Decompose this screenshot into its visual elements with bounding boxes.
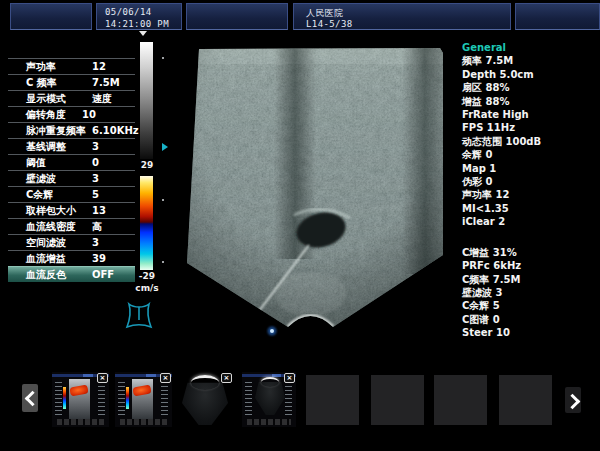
parameter-menu: 声功率 12 C 频率 7.5M 显示模式 速度 偏转角度 10 脉冲重复频率 … bbox=[8, 58, 135, 282]
parameter-row[interactable]: C 频率 7.5M bbox=[8, 74, 135, 90]
thumb-probe-arc bbox=[261, 377, 279, 387]
parameter-label: 空间滤波 bbox=[26, 235, 66, 250]
header-date: 05/06/14 bbox=[105, 7, 152, 17]
parameter-label: 脉冲重复频率 bbox=[26, 123, 86, 138]
thumb-probe-arc bbox=[191, 375, 219, 390]
parameter-value: OFF bbox=[92, 267, 114, 282]
close-icon[interactable]: × bbox=[284, 373, 295, 383]
parameter-row[interactable]: 血流反色 OFF bbox=[8, 266, 135, 282]
thumbnail-scroll-right-button[interactable] bbox=[565, 387, 581, 413]
close-icon[interactable]: × bbox=[160, 373, 171, 383]
parameter-value: 7.5M bbox=[92, 75, 120, 90]
info-line: C图谱 0 bbox=[462, 313, 594, 326]
thumb-color-bar bbox=[63, 387, 66, 409]
image-info-column: General 频率 7.5M Depth 5.0cm 扇区 88% 增益 88… bbox=[462, 41, 594, 340]
parameter-label: C余辉 bbox=[26, 187, 53, 202]
parameter-label: 血流线密度 bbox=[26, 219, 76, 234]
info-line: 声功率 12 bbox=[462, 188, 594, 201]
parameter-label: 血流反色 bbox=[26, 267, 66, 282]
thumb-text-specks bbox=[245, 382, 252, 416]
body-mark-icon bbox=[121, 300, 157, 334]
info-line: 增益 88% bbox=[462, 95, 594, 108]
parameter-row[interactable]: 血流线密度 高 bbox=[8, 218, 135, 234]
close-icon[interactable]: × bbox=[97, 373, 108, 383]
close-icon[interactable]: × bbox=[221, 373, 232, 383]
grayscale-bar bbox=[140, 42, 153, 159]
info-line: FrRate High bbox=[462, 108, 594, 121]
parameter-value: 13 bbox=[92, 203, 106, 218]
parameter-label: C 频率 bbox=[26, 75, 57, 90]
parameter-row[interactable]: 阈值 0 bbox=[8, 154, 135, 170]
info-line: Steer 10 bbox=[462, 326, 594, 339]
parameter-row[interactable]: 脉冲重复频率 6.10KHz bbox=[8, 122, 135, 138]
thumbnail-doppler-1[interactable]: × bbox=[52, 372, 109, 427]
info-line: Map 1 bbox=[462, 162, 594, 175]
parameter-value: 高 bbox=[92, 219, 102, 234]
header-probe-id: L14-5/38 bbox=[306, 19, 353, 29]
parameter-value: 3 bbox=[92, 171, 99, 186]
info-block-general: General 频率 7.5M Depth 5.0cm 扇区 88% 增益 88… bbox=[462, 41, 594, 229]
info-line: 频率 7.5M bbox=[462, 54, 594, 67]
parameter-row[interactable]: 声功率 12 bbox=[8, 58, 135, 74]
focus-marker-icon bbox=[162, 143, 168, 151]
header-datetime-panel: 05/06/14 14:21:00 PM bbox=[96, 3, 182, 30]
info-line: C余辉 5 bbox=[462, 299, 594, 312]
velocity-min-label: -29 bbox=[133, 271, 161, 281]
parameter-label: 基线调整 bbox=[26, 139, 66, 154]
info-line: 壁滤波 3 bbox=[462, 286, 594, 299]
depth-marker-dot bbox=[162, 57, 164, 59]
thumbnail-empty-slot bbox=[371, 375, 424, 425]
thumb-filmstrip bbox=[120, 419, 167, 425]
ultrasound-image bbox=[182, 44, 448, 340]
parameter-row[interactable]: 血流增益 39 bbox=[8, 250, 135, 266]
thumb-text-specks bbox=[98, 382, 105, 416]
parameter-row[interactable]: C余辉 5 bbox=[8, 186, 135, 202]
parameter-value: 5 bbox=[92, 187, 99, 202]
parameter-row[interactable]: 基线调整 3 bbox=[8, 138, 135, 154]
thumb-filmstrip bbox=[247, 419, 291, 425]
parameter-value: 3 bbox=[92, 139, 99, 154]
parameter-row[interactable]: 显示模式 速度 bbox=[8, 90, 135, 106]
thumb-text-specks bbox=[161, 382, 168, 416]
thumbnail-scroll-left-button[interactable] bbox=[22, 384, 38, 412]
parameter-row[interactable]: 壁滤波 3 bbox=[8, 170, 135, 186]
info-line: MI<1.35 bbox=[462, 202, 594, 215]
info-line: General bbox=[462, 41, 594, 54]
parameter-row[interactable]: 取样包大小 13 bbox=[8, 202, 135, 218]
parameter-row[interactable]: 空间滤波 3 bbox=[8, 234, 135, 250]
header-panel-blank-1 bbox=[10, 3, 92, 30]
parameter-value: 0 bbox=[92, 155, 99, 170]
info-line: PRFc 6kHz bbox=[462, 259, 594, 272]
thumbnail-probe-image[interactable]: × bbox=[177, 372, 233, 427]
parameter-label: 血流增益 bbox=[26, 251, 66, 266]
parameter-value: 3 bbox=[92, 235, 99, 250]
thumb-doppler-flow bbox=[69, 385, 88, 397]
header-time: 14:21:00 PM bbox=[105, 19, 169, 29]
chevron-right-icon bbox=[565, 394, 581, 410]
info-line: 余辉 0 bbox=[462, 148, 594, 161]
parameter-value: 39 bbox=[92, 251, 106, 266]
thumbnail-empty-slot bbox=[306, 375, 359, 425]
info-line: iClear 2 bbox=[462, 215, 594, 228]
info-line: C增益 31% bbox=[462, 246, 594, 259]
parameter-row[interactable]: 偏转角度 10 bbox=[8, 106, 135, 122]
parameter-label: 取样包大小 bbox=[26, 203, 76, 218]
info-line: 动态范围 100dB bbox=[462, 135, 594, 148]
parameter-value: 速度 bbox=[92, 91, 112, 106]
chevron-left-icon bbox=[25, 391, 41, 407]
thumb-color-bar bbox=[126, 387, 129, 409]
header-panel-blank-3 bbox=[515, 3, 600, 30]
info-line: C频率 7.5M bbox=[462, 273, 594, 286]
parameter-label: 壁滤波 bbox=[26, 171, 56, 186]
header-hospital-panel: 人民医院 L14-5/38 bbox=[293, 3, 511, 30]
velocity-unit-label: cm/s bbox=[133, 283, 161, 293]
info-line: FPS 11Hz bbox=[462, 121, 594, 134]
parameter-value: 6.10KHz bbox=[92, 123, 139, 138]
thumbnail-current-exam[interactable]: × bbox=[242, 372, 296, 427]
velocity-max-label: 29 bbox=[133, 160, 161, 170]
doppler-color-bar bbox=[140, 176, 153, 270]
parameter-label: 阈值 bbox=[26, 155, 46, 170]
thumb-text-specks bbox=[118, 382, 125, 416]
thumbnail-doppler-2[interactable]: × bbox=[115, 372, 172, 427]
thumb-image bbox=[132, 379, 153, 420]
